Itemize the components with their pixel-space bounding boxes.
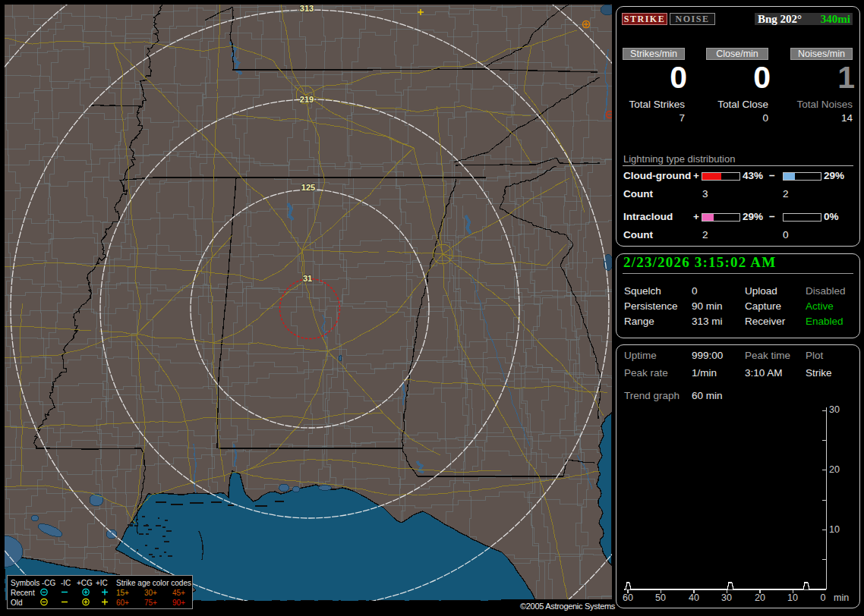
svg-text:313: 313 — [300, 5, 314, 13]
svg-text:125: 125 — [301, 183, 315, 192]
svg-text:31: 31 — [303, 274, 312, 283]
svg-text:219: 219 — [300, 95, 314, 104]
